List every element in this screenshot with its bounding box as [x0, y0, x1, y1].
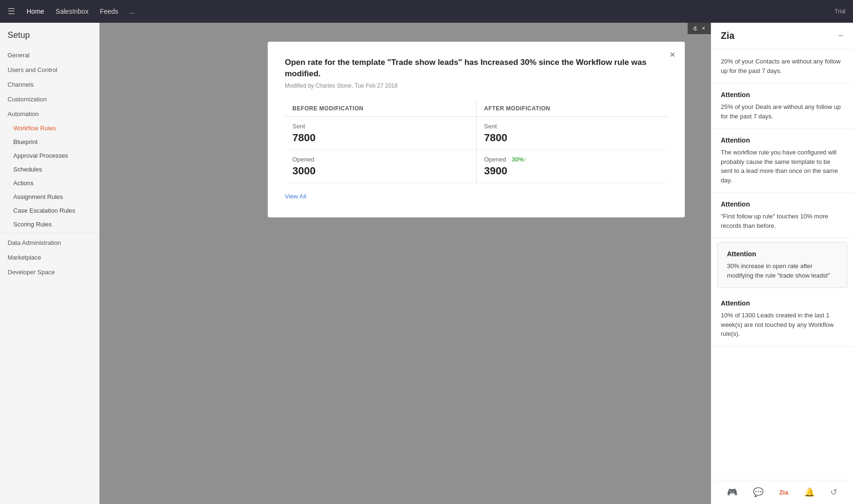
zia-card-3: Attention The workflow rule you have con…	[711, 129, 853, 193]
divider-1	[0, 233, 99, 234]
sidebar-item-general[interactable]: General	[0, 48, 99, 63]
before-header: BEFORE MODIFICATION	[285, 100, 476, 117]
content-area: × Open rate for the template "Trade show…	[100, 23, 853, 504]
zia-card-2-text: 25% of your Deals are without any follow…	[721, 102, 844, 121]
before-opened-value: 3000	[292, 165, 469, 177]
zia-title: Zia	[721, 30, 735, 41]
zia-card-1: 20% of your Contacts are without any fol…	[711, 49, 853, 83]
after-opened-label: Opened 30%↑	[484, 156, 661, 163]
sidebar-item-blueprint[interactable]: Blueprint	[0, 135, 99, 149]
opened-row: Opened 3000 Opened 30%↑ 3900	[285, 150, 668, 183]
notification-text: d.	[693, 25, 698, 32]
zia-card-6-title: Attention	[721, 299, 844, 307]
before-sent-label: Sent	[292, 123, 469, 130]
trial-label: Trial	[835, 8, 845, 15]
zia-bottom-toolbar: 🎮 💬 Zia 🔔 ↺	[711, 480, 853, 504]
sent-row: Sent 7800 Sent 7800	[285, 117, 668, 150]
after-header: AFTER MODIFICATION	[476, 100, 668, 117]
modal-title: Open rate for the template "Trade show l…	[285, 57, 668, 80]
zia-card-2-title: Attention	[721, 91, 844, 99]
toolbar-game-icon[interactable]: 🎮	[723, 485, 741, 499]
sidebar-item-developer-space[interactable]: Developer Space	[0, 265, 99, 279]
nav-more[interactable]: ...	[130, 8, 136, 15]
toolbar-chat-icon[interactable]: 💬	[749, 485, 767, 499]
sidebar-item-customization[interactable]: Customization	[0, 92, 99, 107]
sidebar-item-case-escalation-rules[interactable]: Case Escalation Rules	[0, 204, 99, 217]
after-sent-value: 7800	[484, 132, 661, 144]
sidebar-item-scoring-rules[interactable]: Scoring Rules	[0, 217, 99, 231]
sidebar-item-approval-processes[interactable]: Approval Processes	[0, 149, 99, 162]
after-sent-cell: Sent 7800	[476, 117, 668, 150]
zia-card-3-title: Attention	[721, 136, 844, 144]
main-layout: Setup General Users and Control Channels…	[0, 23, 853, 504]
zia-body: 20% of your Contacts are without any fol…	[711, 49, 853, 480]
comparison-table: BEFORE MODIFICATION AFTER MODIFICATION S…	[285, 100, 668, 183]
after-opened-value: 3900	[484, 165, 661, 177]
modal-subtitle: Modified by Charles Stone, Tue Feb 27 20…	[285, 82, 668, 89]
nav-home[interactable]: Home	[27, 8, 44, 15]
sidebar-item-schedules[interactable]: Schedules	[0, 162, 99, 176]
top-nav: ☰ Home SalesInbox Feeds ... Trial	[0, 0, 853, 23]
zia-card-4-title: Attention	[721, 200, 844, 208]
nav-feeds[interactable]: Feeds	[100, 8, 118, 15]
sidebar-item-workflow-rules[interactable]: Workflow Rules	[0, 121, 99, 135]
sidebar-item-users-and-control[interactable]: Users and Control	[0, 63, 99, 77]
toolbar-history-icon[interactable]: ↺	[826, 485, 841, 499]
zia-card-5-text: 30% increase in open rate after modifyin…	[727, 261, 837, 280]
sidebar: Setup General Users and Control Channels…	[0, 23, 100, 504]
zia-header: Zia −	[711, 23, 853, 49]
before-sent-cell: Sent 7800	[285, 117, 476, 150]
zia-card-5-highlighted: Attention 30% increase in open rate afte…	[717, 242, 847, 288]
sidebar-item-actions[interactable]: Actions	[0, 176, 99, 190]
notification-bar: d. ×	[688, 23, 711, 34]
zia-card-6-text: 10% of 1300 Leads created in the last 1 …	[721, 311, 844, 339]
zia-card-5-title: Attention	[727, 250, 837, 258]
notification-close[interactable]: ×	[702, 25, 705, 32]
sidebar-item-marketplace[interactable]: Marketplace	[0, 250, 99, 265]
modal-close-button[interactable]: ×	[670, 49, 675, 60]
sidebar-item-assignment-rules[interactable]: Assignment Rules	[0, 190, 99, 204]
before-opened-cell: Opened 3000	[285, 150, 476, 183]
after-sent-label: Sent	[484, 123, 661, 130]
nav-salesinbox[interactable]: SalesInbox	[55, 8, 88, 15]
sidebar-item-channels[interactable]: Channels	[0, 77, 99, 92]
toolbar-zia-icon[interactable]: Zia	[776, 487, 792, 498]
sidebar-title: Setup	[0, 30, 99, 48]
sidebar-item-data-administration[interactable]: Data Administration	[0, 235, 99, 250]
zia-card-4-text: "First follow up rule" touches 10% more …	[721, 212, 844, 230]
view-all-link[interactable]: View All	[285, 193, 306, 200]
after-opened-cell: Opened 30%↑ 3900	[476, 150, 668, 183]
zia-card-6: Attention 10% of 1300 Leads created in t…	[711, 292, 853, 347]
before-sent-value: 7800	[292, 132, 469, 144]
sidebar-item-automation[interactable]: Automation	[0, 107, 99, 121]
zia-panel: Zia − 20% of your Contacts are without a…	[711, 23, 853, 504]
zia-minimize-button[interactable]: −	[838, 30, 844, 41]
toolbar-bell-icon[interactable]: 🔔	[800, 485, 818, 499]
zia-card-3-text: The workflow rule you have configured wi…	[721, 148, 844, 185]
increase-badge: 30%↑	[512, 156, 527, 163]
modal-dialog: × Open rate for the template "Trade show…	[268, 42, 685, 217]
zia-card-4: Attention "First follow up rule" touches…	[711, 193, 853, 238]
zia-card-2: Attention 25% of your Deals are without …	[711, 83, 853, 129]
before-opened-label: Opened	[292, 156, 469, 163]
zia-card-1-text: 20% of your Contacts are without any fol…	[721, 57, 844, 75]
hamburger-icon[interactable]: ☰	[8, 6, 15, 17]
